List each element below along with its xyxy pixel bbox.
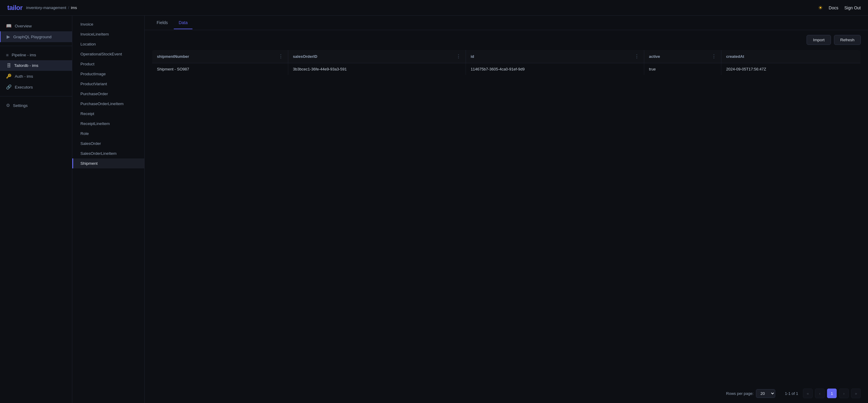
data-table-wrapper: shipmentNumber ⋮ salesOrderID ⋮ <box>145 50 868 384</box>
page-1-button[interactable]: 1 <box>827 389 837 398</box>
sidebar-item-graphql-label: GraphQL Playground <box>13 35 52 39</box>
col-header-createdAt: createdAt <box>721 50 861 63</box>
rows-per-page: Rows per page: 10 20 50 100 ▼ <box>726 389 775 398</box>
signout-link[interactable]: Sign Out <box>844 5 861 10</box>
entity-label-productimage: ProductImage <box>81 72 106 76</box>
breadcrumb-sep: / <box>68 5 69 10</box>
entity-item-operationalstockevent[interactable]: OperationalStockEvent <box>72 49 144 59</box>
sidebar-item-executors-label: Executors <box>15 85 33 89</box>
play-icon: ▶ <box>7 34 10 39</box>
entity-label-invoicelineitem: InvoiceLineItem <box>81 32 109 36</box>
first-page-button[interactable]: « <box>803 389 813 398</box>
data-table: shipmentNumber ⋮ salesOrderID ⋮ <box>152 50 861 75</box>
entity-item-receipt[interactable]: Receipt <box>72 109 144 119</box>
toolbar: Import Refresh <box>145 30 868 50</box>
left-sidebar: 📖 Overview ▶ GraphQL Playground ≡ Pipeli… <box>0 16 72 403</box>
col-menu-salesOrderID[interactable]: ⋮ <box>456 54 461 59</box>
entity-label-product: Product <box>81 62 95 66</box>
entity-label-purchaseorderlineitem: PurchaseOrderLineItem <box>81 101 123 106</box>
sidebar-item-settings-label: Settings <box>13 103 28 108</box>
col-menu-shipmentNumber[interactable]: ⋮ <box>278 54 283 59</box>
entity-item-role[interactable]: Role <box>72 129 144 138</box>
key-icon: 🔑 <box>6 73 12 79</box>
entity-label-receipt: Receipt <box>81 112 94 116</box>
layout: 📖 Overview ▶ GraphQL Playground ≡ Pipeli… <box>0 16 868 403</box>
db-icon: 🗄 <box>7 63 11 68</box>
gear-icon: ⚙ <box>6 103 10 108</box>
cell-active: true <box>644 63 721 75</box>
sidebar-item-settings[interactable]: ⚙ Settings <box>0 100 72 111</box>
cell-id: 114675b7-3605-4ca0-91ef-9d9 <box>466 63 644 75</box>
last-page-button[interactable]: » <box>851 389 861 398</box>
entity-label-role: Role <box>81 131 89 136</box>
tabs-bar: Fields Data <box>145 16 868 30</box>
breadcrumb-app: inventory-management <box>26 5 66 10</box>
logo: tailor <box>7 4 23 12</box>
entity-label-salesorderlineitem: SalesOrderLineItem <box>81 151 117 156</box>
topbar: tailor inventory-management / ims ☀ Docs… <box>0 0 868 16</box>
entity-list: Invoice InvoiceLineItem Location Operati… <box>72 16 145 403</box>
entity-item-salesorderlineitem[interactable]: SalesOrderLineItem <box>72 149 144 158</box>
sidebar-item-tailordb[interactable]: 🗄 Tailordb - ims <box>0 60 72 71</box>
theme-toggle-icon[interactable]: ☀ <box>818 4 823 11</box>
entity-label-salesorder: SalesOrder <box>81 141 101 146</box>
import-button[interactable]: Import <box>807 35 831 45</box>
sidebar-item-overview[interactable]: 📖 Overview <box>0 21 72 31</box>
main-content: Fields Data Import Refresh shipmentNumbe… <box>145 16 868 403</box>
entity-label-purchaseorder: PurchaseOrder <box>81 92 108 96</box>
col-menu-active[interactable]: ⋮ <box>711 54 716 59</box>
nav-divider-2 <box>0 96 72 96</box>
entity-item-purchaseorderlineitem[interactable]: PurchaseOrderLineItem <box>72 99 144 109</box>
docs-link[interactable]: Docs <box>829 5 838 10</box>
entity-item-salesorder[interactable]: SalesOrder <box>72 138 144 149</box>
entity-label-invoice: Invoice <box>81 22 93 27</box>
entity-item-productvariant[interactable]: ProductVariant <box>72 79 144 89</box>
col-menu-id[interactable]: ⋮ <box>634 54 639 59</box>
entity-item-invoice[interactable]: Invoice <box>72 19 144 29</box>
col-header-salesOrderID: salesOrderID ⋮ <box>288 50 466 63</box>
breadcrumb: inventory-management / ims <box>26 5 77 10</box>
topbar-left: tailor inventory-management / ims <box>7 4 77 12</box>
cell-shipmentNumber: Shipment - SO987 <box>152 63 288 75</box>
refresh-button[interactable]: Refresh <box>834 35 861 45</box>
cell-salesOrderID: 3b3bcec1-36fe-44e9-93a3-591 <box>288 63 466 75</box>
sidebar-item-pipeline[interactable]: ≡ Pipeline - ims <box>0 50 72 60</box>
sidebar-item-auth-label: Auth - ims <box>15 74 33 79</box>
col-header-id: id ⋮ <box>466 50 644 63</box>
pipeline-icon: ≡ <box>6 53 9 58</box>
tab-data[interactable]: Data <box>174 17 192 29</box>
sidebar-item-auth[interactable]: 🔑 Auth - ims <box>0 71 72 82</box>
entity-item-invoicelineitem[interactable]: InvoiceLineItem <box>72 29 144 39</box>
entity-item-purchaseorder[interactable]: PurchaseOrder <box>72 89 144 99</box>
tab-fields[interactable]: Fields <box>152 17 173 29</box>
rows-per-page-label: Rows per page: <box>726 391 753 396</box>
sidebar-item-executors[interactable]: 🔗 Executors <box>0 82 72 92</box>
entity-label-operationalstockevent: OperationalStockEvent <box>81 52 122 56</box>
cell-createdAt: 2024-09-05T17:56:47Z <box>721 63 861 75</box>
table-row: Shipment - SO987 3b3bcec1-36fe-44e9-93a3… <box>152 63 861 75</box>
breadcrumb-current: ims <box>71 5 77 10</box>
book-icon: 📖 <box>6 23 12 29</box>
sidebar-item-overview-label: Overview <box>15 24 32 28</box>
topbar-right: ☀ Docs Sign Out <box>818 4 861 11</box>
prev-page-button[interactable]: ‹ <box>815 389 825 398</box>
sidebar-item-pipeline-label: Pipeline - ims <box>12 53 36 57</box>
entity-item-productimage[interactable]: ProductImage <box>72 69 144 79</box>
entity-item-location[interactable]: Location <box>72 39 144 49</box>
col-header-shipmentNumber: shipmentNumber ⋮ <box>152 50 288 63</box>
entity-item-receiptlineitem[interactable]: ReceiptLineItem <box>72 119 144 129</box>
link-icon: 🔗 <box>6 84 12 90</box>
pagination: Rows per page: 10 20 50 100 ▼ 1-1 of 1 «… <box>145 384 868 403</box>
table-header-row: shipmentNumber ⋮ salesOrderID ⋮ <box>152 50 861 63</box>
sidebar-item-graphql[interactable]: ▶ GraphQL Playground <box>0 31 72 42</box>
entity-item-product[interactable]: Product <box>72 59 144 69</box>
entity-label-shipment: Shipment <box>81 161 98 166</box>
entity-label-location: Location <box>81 42 96 46</box>
entity-label-productvariant: ProductVariant <box>81 82 107 86</box>
nav-divider-1 <box>0 46 72 46</box>
rows-per-page-select[interactable]: 10 20 50 100 <box>756 389 775 398</box>
page-info: 1-1 of 1 <box>785 391 798 396</box>
next-page-button[interactable]: › <box>839 389 849 398</box>
entity-item-shipment[interactable]: Shipment <box>72 158 144 168</box>
col-header-active: active ⋮ <box>644 50 721 63</box>
